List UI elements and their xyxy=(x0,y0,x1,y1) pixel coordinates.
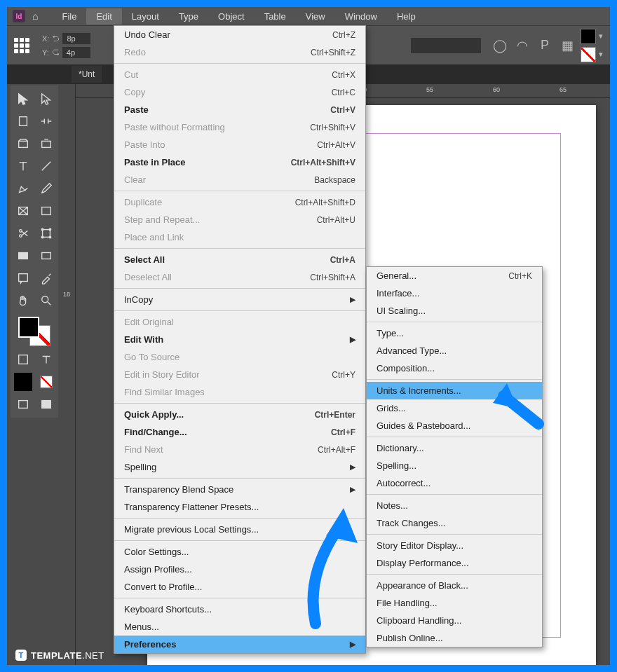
pref-submenu-item[interactable]: Interface... xyxy=(367,284,542,302)
zoom-tool-icon[interactable] xyxy=(37,292,55,310)
separator xyxy=(114,310,365,311)
gradient-swatch-icon[interactable] xyxy=(14,247,32,265)
pref-submenu-item[interactable]: Spelling... xyxy=(367,457,542,474)
watermark-text: TEMPLATE.NET xyxy=(31,650,104,661)
pref-submenu-item[interactable]: UI Scaling... xyxy=(367,302,542,320)
menu-label: Cut xyxy=(124,69,332,80)
edit-menu-item[interactable]: Spelling▶ xyxy=(114,458,365,476)
annotation-arrow-icon xyxy=(489,382,545,431)
app-window: Id ⌂ FileEditLayoutTypeObjectTableViewWi… xyxy=(7,7,610,665)
color-apply-none-icon[interactable] xyxy=(37,373,55,391)
rectangle-frame-icon[interactable] xyxy=(14,202,32,220)
edit-menu-item[interactable]: Quick Apply...Ctrl+Enter xyxy=(114,406,365,423)
pref-submenu-item[interactable]: Advanced Type... xyxy=(367,342,542,359)
format-text-icon[interactable] xyxy=(37,350,55,369)
indesign-app-icon: Id xyxy=(13,10,25,22)
shortcut: Ctrl+C xyxy=(332,88,355,97)
grid-icon[interactable]: ▦ xyxy=(558,36,576,55)
menu-label: InCopy xyxy=(124,294,350,305)
home-icon[interactable]: ⌂ xyxy=(32,11,38,22)
edit-menu-item[interactable]: Undo ClearCtrl+Z xyxy=(114,26,365,43)
edit-menu-item: Step and Repeat...Ctrl+Alt+U xyxy=(114,211,365,228)
menu-edit[interactable]: Edit xyxy=(86,8,121,25)
eyedropper-tool-icon[interactable] xyxy=(37,269,55,287)
page-tool-icon[interactable] xyxy=(14,112,32,130)
menu-window[interactable]: Window xyxy=(335,8,387,25)
pref-submenu-item[interactable]: Clipboard Handling... xyxy=(367,612,542,629)
shortcut: Ctrl+Alt+Shift+V xyxy=(291,158,355,167)
menu-layout[interactable]: Layout xyxy=(122,8,169,25)
hand-tool-icon[interactable] xyxy=(14,292,32,310)
pref-submenu-item[interactable]: Story Editor Display... xyxy=(367,537,542,554)
paragraph-icon[interactable]: P xyxy=(536,36,554,55)
menu-label: Spelling... xyxy=(377,460,532,471)
menu-table[interactable]: Table xyxy=(255,8,296,25)
stroke-swatch[interactable] xyxy=(581,47,596,62)
content-placer-icon[interactable] xyxy=(37,135,55,153)
menu-label: Appearance of Black... xyxy=(377,580,532,591)
pref-submenu-item[interactable]: Autocorrect... xyxy=(367,474,542,492)
svg-rect-16 xyxy=(18,355,27,364)
menu-type[interactable]: Type xyxy=(169,8,208,25)
edit-menu-item[interactable]: Select AllCtrl+A xyxy=(114,251,365,268)
x-field[interactable]: 8p xyxy=(62,33,90,44)
format-container-icon[interactable] xyxy=(14,350,32,369)
edit-menu-item: Find NextCtrl+Alt+F xyxy=(114,441,365,458)
pref-submenu-item[interactable]: Publish Online... xyxy=(367,629,542,647)
edit-menu-item[interactable]: Paste in PlaceCtrl+Alt+Shift+V xyxy=(114,153,365,171)
view-mode-normal-icon[interactable] xyxy=(14,395,32,413)
y-field[interactable]: 4p xyxy=(62,47,90,58)
edit-menu-item[interactable]: InCopy▶ xyxy=(114,291,365,308)
pref-submenu-item[interactable]: Appearance of Black... xyxy=(367,577,542,594)
edit-menu-item[interactable]: Edit With▶ xyxy=(114,331,365,348)
color-apply-fill-icon[interactable] xyxy=(14,373,32,391)
menu-label: Track Changes... xyxy=(377,518,532,528)
pref-submenu-item[interactable]: General...Ctrl+K xyxy=(367,267,542,284)
scissors-tool-icon[interactable] xyxy=(14,224,32,242)
line-tool-icon[interactable] xyxy=(37,157,55,175)
pref-submenu-item[interactable]: Display Performance... xyxy=(367,554,542,572)
pref-submenu-item[interactable]: Type... xyxy=(367,324,542,342)
menu-view[interactable]: View xyxy=(296,8,335,25)
pref-submenu-item[interactable]: Notes... xyxy=(367,497,542,514)
pref-submenu-item[interactable]: Composition... xyxy=(367,359,542,377)
pref-submenu-item[interactable]: Track Changes... xyxy=(367,514,542,532)
direct-selection-tool-icon[interactable] xyxy=(37,90,55,108)
menu-label: Clipboard Handling... xyxy=(377,615,532,626)
edit-menu-item[interactable]: Preferences▶ xyxy=(114,636,365,653)
shortcut: Ctrl+Z xyxy=(332,30,355,40)
menu-help[interactable]: Help xyxy=(387,8,426,25)
edit-menu-item[interactable]: Find/Change...Ctrl+F xyxy=(114,423,365,441)
preferences-submenu: General...Ctrl+KInterface...UI Scaling..… xyxy=(366,266,543,647)
pref-submenu-item[interactable]: Dictionary... xyxy=(367,439,542,457)
menu-bar: Id ⌂ FileEditLayoutTypeObjectTableViewWi… xyxy=(7,7,610,25)
pref-submenu-item[interactable]: File Handling... xyxy=(367,594,542,612)
document-tab[interactable]: *Unt xyxy=(72,66,102,83)
fill-stroke-swatches[interactable] xyxy=(17,317,52,346)
separator xyxy=(367,322,542,322)
edit-menu-item[interactable]: PasteCtrl+V xyxy=(114,101,365,118)
rotate-ccw-icon[interactable]: ◯ xyxy=(491,36,509,55)
svg-rect-18 xyxy=(41,401,50,409)
menu-file[interactable]: File xyxy=(52,8,86,25)
selection-tool-icon[interactable] xyxy=(14,90,32,108)
options-dropdown[interactable] xyxy=(411,38,481,53)
type-tool-icon[interactable] xyxy=(14,157,32,175)
free-transform-icon[interactable] xyxy=(37,224,55,242)
edit-menu-item[interactable]: Transparency Blend Space▶ xyxy=(114,481,365,498)
note-tool-icon[interactable] xyxy=(14,269,32,287)
content-collector-icon[interactable] xyxy=(14,135,32,153)
edit-menu-item: DuplicateCtrl+Alt+Shift+D xyxy=(114,193,365,211)
menu-object[interactable]: Object xyxy=(208,8,255,25)
shortcut: Ctrl+Shift+A xyxy=(310,273,355,282)
reference-point-grid[interactable] xyxy=(14,38,29,53)
gradient-feather-icon[interactable] xyxy=(37,247,55,265)
pencil-tool-icon[interactable] xyxy=(37,179,55,198)
rotate-cw-icon[interactable]: ◠ xyxy=(513,36,531,55)
rectangle-tool-icon[interactable] xyxy=(37,202,55,220)
view-mode-preview-icon[interactable] xyxy=(37,395,55,413)
pen-tool-icon[interactable] xyxy=(14,179,32,198)
fill-swatch[interactable] xyxy=(581,29,596,44)
shortcut: Ctrl+K xyxy=(508,271,532,281)
gap-tool-icon[interactable] xyxy=(37,112,55,130)
